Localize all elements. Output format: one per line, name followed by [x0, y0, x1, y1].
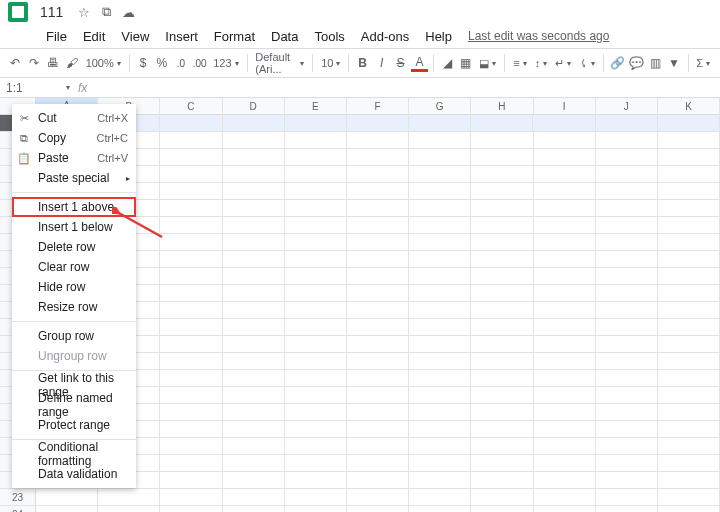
menu-view[interactable]: View	[113, 27, 157, 46]
cell[interactable]	[285, 166, 347, 183]
cell[interactable]	[596, 336, 658, 353]
cell[interactable]	[223, 336, 285, 353]
ctx-protect[interactable]: Protect range	[12, 415, 136, 435]
cell[interactable]	[160, 370, 222, 387]
cell[interactable]	[160, 319, 222, 336]
col-header[interactable]: E	[285, 98, 347, 115]
move-icon[interactable]: ⧉	[99, 5, 113, 19]
cell[interactable]	[347, 149, 409, 166]
cell[interactable]	[658, 387, 720, 404]
cell[interactable]	[347, 336, 409, 353]
cell[interactable]	[471, 183, 533, 200]
cell[interactable]	[347, 353, 409, 370]
ctx-data-valid[interactable]: Data validation	[12, 464, 136, 484]
cell[interactable]	[534, 472, 596, 489]
ctx-hide-row[interactable]: Hide row	[12, 277, 136, 297]
cell[interactable]	[160, 506, 222, 512]
cell[interactable]	[160, 285, 222, 302]
cell[interactable]	[658, 506, 720, 512]
cell[interactable]	[160, 200, 222, 217]
menu-insert[interactable]: Insert	[157, 27, 206, 46]
cell[interactable]	[534, 183, 596, 200]
cell[interactable]	[471, 251, 533, 268]
cell[interactable]	[223, 387, 285, 404]
col-header[interactable]: F	[347, 98, 409, 115]
cell[interactable]	[658, 234, 720, 251]
bold-button[interactable]: B	[354, 52, 371, 74]
merge-button[interactable]: ⬓▾	[475, 52, 500, 74]
h-align-button[interactable]: ≡▾	[509, 52, 530, 74]
cell[interactable]	[658, 302, 720, 319]
cell[interactable]	[471, 200, 533, 217]
cell[interactable]	[223, 234, 285, 251]
cell[interactable]	[471, 149, 533, 166]
cell[interactable]	[347, 404, 409, 421]
cell[interactable]	[347, 166, 409, 183]
cell[interactable]	[409, 132, 471, 149]
cell[interactable]	[285, 438, 347, 455]
cell[interactable]	[658, 183, 720, 200]
cell[interactable]	[347, 268, 409, 285]
cell[interactable]	[596, 438, 658, 455]
filter-button[interactable]: ▼	[666, 52, 683, 74]
cell[interactable]	[347, 183, 409, 200]
cell[interactable]	[534, 302, 596, 319]
cell[interactable]	[471, 489, 533, 506]
cell[interactable]	[160, 268, 222, 285]
cell[interactable]	[534, 438, 596, 455]
cell[interactable]	[223, 251, 285, 268]
cell[interactable]	[534, 336, 596, 353]
cell[interactable]	[596, 132, 658, 149]
menu-tools[interactable]: Tools	[306, 27, 352, 46]
ctx-named-range[interactable]: Define named range	[12, 395, 136, 415]
cell[interactable]	[285, 506, 347, 512]
cell[interactable]	[471, 353, 533, 370]
cell[interactable]	[658, 319, 720, 336]
ctx-group-row[interactable]: Group row	[12, 326, 136, 346]
cell[interactable]	[160, 336, 222, 353]
cell[interactable]	[409, 166, 471, 183]
cell[interactable]	[285, 489, 347, 506]
link-button[interactable]: 🔗	[609, 52, 626, 74]
cell[interactable]	[223, 285, 285, 302]
cell[interactable]	[347, 370, 409, 387]
cell[interactable]	[534, 132, 596, 149]
italic-button[interactable]: I	[373, 52, 390, 74]
cell[interactable]	[160, 455, 222, 472]
cell[interactable]	[596, 472, 658, 489]
cell[interactable]	[409, 217, 471, 234]
inc-decimal-button[interactable]: .00	[191, 52, 208, 74]
name-box-dropdown-icon[interactable]: ▾	[66, 83, 70, 92]
menu-data[interactable]: Data	[263, 27, 306, 46]
cell[interactable]	[347, 251, 409, 268]
cell[interactable]	[285, 387, 347, 404]
cell[interactable]	[534, 506, 596, 512]
col-header[interactable]: D	[223, 98, 285, 115]
cell[interactable]	[160, 472, 222, 489]
undo-button[interactable]: ↶	[7, 52, 24, 74]
cell[interactable]	[658, 115, 720, 132]
cell[interactable]	[285, 455, 347, 472]
cell[interactable]	[347, 217, 409, 234]
cell[interactable]	[347, 319, 409, 336]
cell[interactable]	[596, 370, 658, 387]
last-edit-link[interactable]: Last edit was seconds ago	[468, 29, 609, 43]
cell[interactable]	[596, 387, 658, 404]
col-header[interactable]: H	[471, 98, 533, 115]
cell[interactable]	[596, 115, 658, 132]
cell[interactable]	[223, 489, 285, 506]
cell[interactable]	[658, 472, 720, 489]
ctx-clear-row[interactable]: Clear row	[12, 257, 136, 277]
row-header[interactable]: 23	[0, 489, 36, 506]
cell[interactable]	[347, 387, 409, 404]
menu-format[interactable]: Format	[206, 27, 263, 46]
cell[interactable]	[409, 115, 471, 132]
row-header[interactable]: 24	[0, 506, 36, 512]
redo-button[interactable]: ↷	[26, 52, 43, 74]
cell[interactable]	[285, 285, 347, 302]
cell[interactable]	[160, 421, 222, 438]
cell[interactable]	[160, 166, 222, 183]
cell[interactable]	[596, 404, 658, 421]
cell[interactable]	[285, 132, 347, 149]
more-formats-button[interactable]: 123▾	[209, 52, 242, 74]
